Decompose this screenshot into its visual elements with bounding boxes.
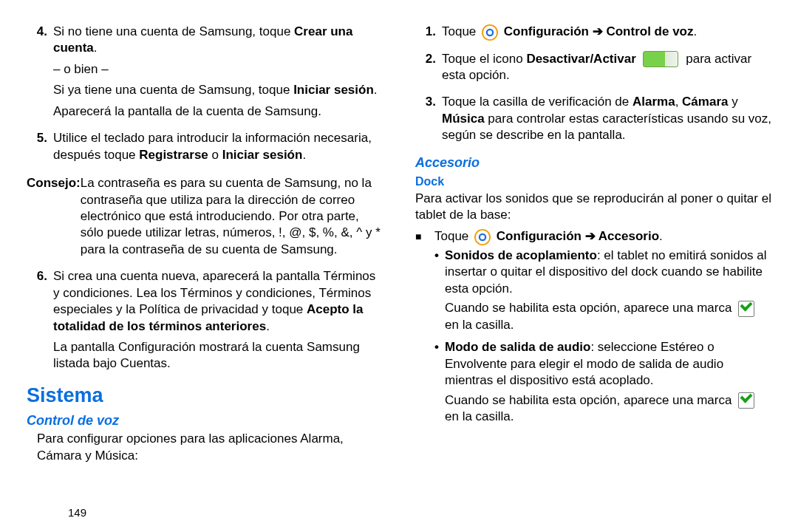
text: Aparecerá la pantalla de la cuenta de Sa…	[53, 103, 383, 120]
step-number: 2.	[415, 51, 442, 89]
text: Si no tiene una cuenta de Samsung, toque	[53, 24, 294, 38]
svg-point-0	[482, 25, 497, 40]
step-number: 3.	[415, 94, 442, 148]
text: en la casilla.	[445, 409, 514, 423]
tip-text: La contraseña es para su cuenta de Samsu…	[81, 175, 383, 258]
settings-icon	[474, 228, 491, 245]
or-divider: – o bien –	[53, 61, 383, 78]
bold-text: Modo de salida de audio	[445, 340, 590, 354]
bullet-body: Toque Configuración ➔ Accesorio. Sonidos…	[434, 228, 771, 432]
right-column: 1. Toque Configuración ➔ Control de voz.…	[399, 24, 771, 523]
list-item: Modo de salida de audio: seleccione Esté…	[434, 339, 771, 425]
text: La pantalla Configuración mostrará la cu…	[53, 339, 383, 372]
text: .	[302, 148, 306, 162]
sub-bullet-list: Sonidos de acoplamiento: el tablet no em…	[434, 248, 771, 426]
bold-text: Iniciar sesión	[222, 148, 303, 162]
step-5: 5. Utilice el teclado para introducir la…	[27, 130, 383, 168]
text: .	[659, 229, 663, 243]
step-body: Utilice el teclado para introducir la in…	[53, 130, 383, 168]
toggle-icon	[643, 51, 678, 67]
text: .	[266, 319, 270, 333]
heading-sistema: Sistema	[27, 383, 383, 409]
text: Toque la casilla de verificación de	[442, 95, 632, 109]
step-3: 3. Toque la casilla de verificación de A…	[415, 94, 771, 148]
text: Toque	[442, 24, 480, 38]
heading-accesorio: Accesorio	[415, 154, 771, 172]
heading-control-de-voz: Control de voz	[27, 412, 383, 430]
text: Toque	[434, 229, 472, 243]
step-number: 6.	[27, 268, 53, 377]
text: .	[374, 83, 378, 97]
step-4: 4. Si no tiene una cuenta de Samsung, to…	[27, 24, 383, 124]
text: .	[94, 41, 98, 55]
list-item: Sonidos de acoplamiento: el tablet no em…	[434, 248, 771, 333]
step-1: 1. Toque Configuración ➔ Control de voz.	[415, 24, 771, 45]
text: o	[208, 148, 222, 162]
steps-list-left-2: 6. Si crea una cuenta nueva, aparecerá l…	[27, 268, 383, 377]
bold-text: Alarma	[632, 95, 675, 109]
steps-list-left: 4. Si no tiene una cuenta de Samsung, to…	[27, 24, 383, 168]
bold-text: Registrarse	[139, 148, 208, 162]
text: Cuando se habilita esta opción, aparece …	[445, 393, 732, 407]
left-column: 4. Si no tiene una cuenta de Samsung, to…	[27, 24, 399, 523]
svg-point-1	[487, 30, 493, 35]
bold-text: Música	[442, 112, 485, 126]
bold-text: Iniciar sesión	[293, 83, 374, 97]
step-body: Toque Configuración ➔ Control de voz.	[442, 24, 771, 45]
step-number: 1.	[415, 24, 442, 45]
square-bullet-row: ■ Toque Configuración ➔ Accesorio. Sonid…	[415, 228, 771, 432]
intro-text: Para activar los sonidos que se reproduc…	[415, 191, 771, 224]
text: ,	[675, 95, 682, 109]
tip-label: Consejo:	[27, 175, 81, 258]
svg-point-2	[475, 229, 490, 244]
step-6: 6. Si crea una cuenta nueva, aparecerá l…	[27, 268, 383, 377]
step-number: 4.	[27, 24, 53, 124]
checkmark-icon	[738, 301, 754, 317]
text: Toque el icono	[442, 52, 526, 66]
checkmark-icon	[738, 392, 754, 409]
text: en la casilla.	[445, 318, 514, 332]
bold-text: Cámara	[682, 95, 728, 109]
step-2: 2. Toque el icono Desactivar/Activar par…	[415, 51, 771, 89]
text: .	[694, 24, 698, 38]
heading-dock: Dock	[415, 174, 771, 189]
step-body: Toque la casilla de verificación de Alar…	[442, 94, 771, 148]
square-bullet-icon: ■	[415, 228, 434, 432]
bold-text: Sonidos de acoplamiento	[445, 248, 597, 262]
step-body: Si no tiene una cuenta de Samsung, toque…	[53, 24, 383, 124]
svg-point-3	[480, 233, 485, 239]
settings-icon	[482, 24, 498, 41]
step-body: Toque el icono Desactivar/Activar para a…	[442, 51, 771, 89]
nav-path: Configuración ➔ Control de voz	[504, 24, 694, 38]
text: para controlar estas características usa…	[442, 112, 771, 142]
page-number: 149	[68, 505, 86, 520]
document-page: 4. Si no tiene una cuenta de Samsung, to…	[0, 0, 798, 532]
text: Si ya tiene una cuenta de Samsung, toque	[53, 83, 293, 97]
step-body: Si crea una cuenta nueva, aparecerá la p…	[53, 268, 383, 377]
intro-text: Para configurar opciones para las aplica…	[37, 431, 383, 464]
text: y	[728, 95, 737, 109]
step-number: 5.	[27, 130, 53, 168]
steps-list-right: 1. Toque Configuración ➔ Control de voz.…	[415, 24, 771, 149]
bold-text: Desactivar/Activar	[526, 52, 635, 66]
tip-block: Consejo: La contraseña es para su cuenta…	[27, 175, 383, 258]
text: Cuando se habilita esta opción, aparece …	[445, 301, 732, 315]
nav-path: Configuración ➔ Accesorio	[497, 229, 659, 243]
